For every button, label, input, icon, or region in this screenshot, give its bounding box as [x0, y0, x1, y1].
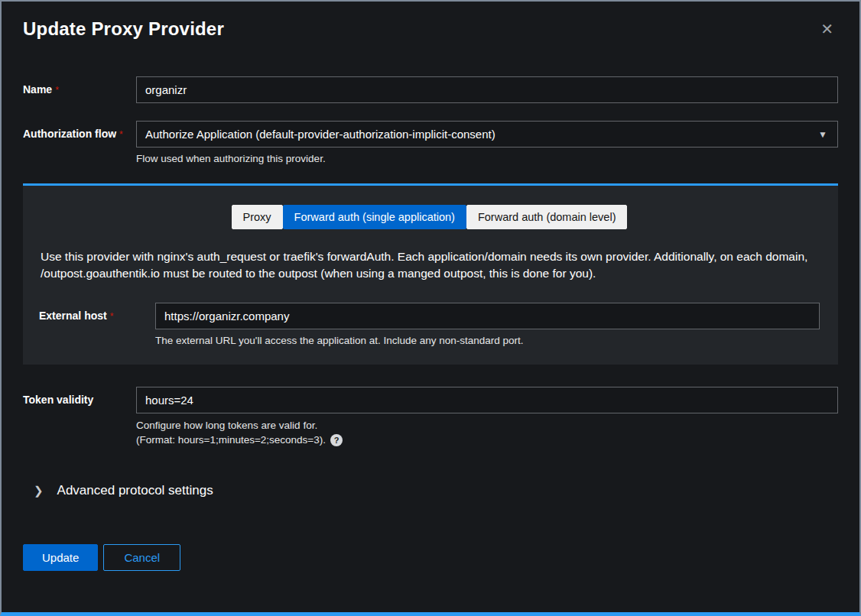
name-label: Name*	[23, 76, 136, 96]
authorization-flow-help: Flow used when authorizing this provider…	[136, 153, 838, 164]
external-host-row: External host* The external URL you'll a…	[39, 303, 820, 346]
external-host-input[interactable]	[155, 303, 820, 329]
authorization-flow-label: Authorization flow*	[23, 121, 136, 140]
cancel-button[interactable]: Cancel	[103, 544, 180, 571]
authorization-flow-select[interactable]: Authorize Application (default-provider-…	[136, 121, 838, 148]
proxy-mode-toggle-group: Proxy Forward auth (single application) …	[39, 205, 820, 229]
token-validity-help-line-1: Configure how long tokens are valid for.	[136, 420, 838, 431]
close-button[interactable]: ✕	[816, 18, 838, 40]
token-validity-help-line-2: (Format: hours=1;minutes=2;seconds=3). ?	[136, 434, 838, 446]
advanced-protocol-settings-toggle[interactable]: ❯ Advanced protocol settings	[23, 483, 838, 498]
chevron-right-icon: ❯	[34, 485, 44, 496]
token-validity-help: Configure how long tokens are valid for.…	[136, 420, 838, 446]
mode-description: Use this provider with nginx's auth_requ…	[39, 248, 820, 283]
name-input[interactable]	[136, 76, 838, 103]
modal-header: Update Proxy Provider ✕	[23, 18, 838, 40]
update-button[interactable]: Update	[23, 544, 98, 571]
proxy-mode-card: Proxy Forward auth (single application) …	[23, 183, 838, 365]
token-validity-label: Token validity	[23, 387, 136, 406]
close-icon: ✕	[820, 21, 833, 37]
token-validity-row: Token validity Configure how long tokens…	[23, 387, 838, 446]
help-icon[interactable]: ?	[330, 434, 343, 446]
advanced-protocol-settings-label: Advanced protocol settings	[57, 483, 213, 498]
tab-forward-auth-single-application[interactable]: Forward auth (single application)	[283, 205, 466, 229]
modal-footer: Update Cancel	[23, 544, 838, 571]
selected-flow-value: Authorize Application (default-provider-…	[145, 128, 495, 141]
external-host-label: External host*	[39, 303, 155, 322]
authorization-flow-row: Authorization flow* Authorize Applicatio…	[23, 121, 838, 164]
page-title: Update Proxy Provider	[23, 18, 224, 40]
tab-forward-auth-domain-level[interactable]: Forward auth (domain level)	[466, 205, 628, 229]
update-proxy-provider-modal: Update Proxy Provider ✕ Name* Authorizat…	[0, 0, 861, 616]
tab-proxy[interactable]: Proxy	[232, 205, 283, 229]
caret-down-icon: ▼	[818, 129, 827, 140]
name-field-row: Name*	[23, 76, 838, 103]
external-host-field: The external URL you'll access the appli…	[155, 303, 820, 346]
required-asterisk: *	[119, 129, 123, 140]
required-asterisk: *	[110, 311, 114, 322]
authorization-flow-field: Authorize Application (default-provider-…	[136, 121, 838, 164]
external-host-help: The external URL you'll access the appli…	[155, 335, 820, 346]
token-validity-field: Configure how long tokens are valid for.…	[136, 387, 838, 446]
required-asterisk: *	[55, 85, 59, 96]
token-validity-input[interactable]	[136, 387, 838, 413]
